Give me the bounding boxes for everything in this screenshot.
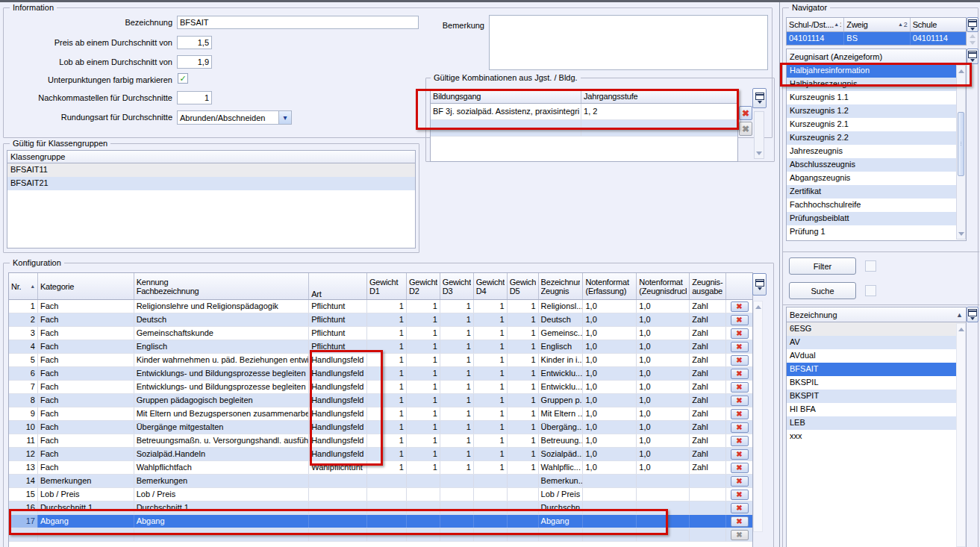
zeugnisart-scrollbar[interactable] — [956, 65, 966, 240]
column-header-notenformat-zeugnisdruck[interactable]: Notenformat(Zeugnisdruck) — [637, 273, 690, 299]
zeugnisart-list-item[interactable]: Halbjahresinformation — [787, 64, 966, 78]
scroll-up-icon[interactable] — [970, 34, 976, 38]
scrollbar-thumb[interactable] — [958, 112, 964, 176]
column-header-art[interactable]: Art — [309, 273, 367, 299]
delete-row-button[interactable]: ✖ — [731, 503, 749, 513]
column-header-gewicht-d3[interactable]: GewichtD3 — [440, 273, 474, 299]
delete-row-button[interactable]: ✖ — [731, 369, 749, 379]
column-header-schul-dst[interactable]: Schul-/Dst....▲1 — [787, 18, 844, 31]
column-chooser-button[interactable] — [752, 88, 767, 108]
zeugnisart-list-item[interactable]: Zertifikat — [787, 185, 966, 199]
scroll-down-button[interactable] — [755, 149, 764, 157]
nachkomma-input[interactable] — [177, 91, 212, 104]
delete-row-button[interactable]: ✖ — [731, 449, 749, 460]
column-header-schule[interactable]: Schule — [911, 18, 966, 31]
konfiguration-row[interactable]: 14 Bemerkungen Bemerkungen Bemerkun... ✖ — [9, 475, 752, 488]
konfiguration-row[interactable]: 3 Fach Gemeinschaftskunde Pflichtunt 1 1… — [9, 327, 752, 340]
konfiguration-row[interactable]: 1 Fach Religionslehre und Religionspädag… — [9, 300, 752, 313]
bezeichnung-list-item[interactable]: LEB — [787, 416, 966, 430]
column-header-gewicht-d2[interactable]: GewichtD2 — [407, 273, 440, 299]
delete-kombination-disabled-button[interactable]: ✖ — [739, 122, 752, 136]
konfiguration-row[interactable]: 17 Abgang Abgang Abgang ✖ — [9, 515, 752, 528]
column-header-gewicht-d1[interactable]: GewichtD1 — [367, 273, 407, 299]
konfiguration-row[interactable]: 9 Fach Mit Eltern und Bezugspersonen zus… — [9, 407, 752, 421]
delete-row-button[interactable]: ✖ — [731, 530, 749, 540]
zeugnisart-list-item[interactable]: Kurszeugnis 2.1 — [787, 118, 966, 131]
column-header-nr[interactable]: Nr.▲ — [9, 273, 38, 299]
scroll-down-icon[interactable] — [970, 41, 976, 45]
filter-checkbox[interactable] — [865, 260, 876, 272]
column-header-zweig[interactable]: Zweig▲2 — [844, 18, 910, 31]
bezeichnung-scrollbar[interactable] — [956, 323, 966, 547]
bezeichnung-list-item[interactable]: AVdual — [787, 349, 966, 363]
column-header-kennung[interactable]: KennungFachbezeichnung — [134, 273, 310, 299]
bezeichnung-list-item[interactable]: HI BFA — [787, 403, 966, 416]
column-chooser-button[interactable] — [752, 273, 767, 296]
bezeichnung-list-item[interactable]: xxx — [787, 430, 966, 443]
column-chooser-button[interactable] — [967, 17, 979, 32]
zeugnisart-list-item[interactable]: Fachhochschulreife — [787, 199, 966, 212]
bezeichnung-list-item[interactable]: AV — [787, 336, 966, 349]
delete-row-button[interactable]: ✖ — [731, 382, 749, 393]
column-header-zeugnisausgabe[interactable]: Zeugnis-ausgabe — [690, 273, 726, 299]
konfiguration-row[interactable]: 12 Fach Sozialpäd.Handeln Handlungsfeld … — [9, 448, 752, 461]
zeugnisart-list-item[interactable]: Kurszeugnis 1.1 — [787, 91, 966, 104]
zeugnisart-list-item[interactable]: Prüfungsbeiblatt — [787, 212, 966, 225]
dropdown-arrow-icon[interactable]: ▾ — [278, 111, 291, 124]
delete-row-button[interactable]: ✖ — [731, 422, 749, 433]
column-header-bildungsgang[interactable]: Bildungsgang — [431, 90, 581, 103]
column-header-bezeichnung-zeugnis[interactable]: BezeichnungZeugnis — [539, 273, 584, 299]
konfiguration-row[interactable]: ✖ — [9, 528, 752, 542]
bemerkung-textarea[interactable] — [489, 15, 768, 70]
scroll-up-button[interactable] — [754, 302, 762, 311]
unterpunktungen-checkbox[interactable]: ✓ — [178, 73, 188, 84]
zeugnisart-list-item[interactable]: Jahreszeugnis — [787, 145, 966, 158]
column-header-notenformat-erfassung[interactable]: Notenformat(Erfassung) — [583, 273, 637, 299]
filter-button[interactable]: Filter — [789, 257, 856, 275]
klassengruppe-column-header[interactable]: Klassengruppe — [7, 150, 416, 163]
school-row[interactable]: 04101114 BS 04101114 — [786, 32, 967, 46]
delete-row-button[interactable]: ✖ — [731, 490, 749, 500]
konfiguration-row[interactable]: 8 Fach Gruppen pädagogisch begleiten Han… — [9, 394, 752, 407]
zeugnisart-list-item[interactable]: Kurszeugnis 2.2 — [787, 131, 966, 145]
delete-row-button[interactable]: ✖ — [731, 396, 749, 406]
column-header-jahrgangsstufe[interactable]: Jahrgangsstufe — [581, 90, 737, 103]
delete-row-button[interactable]: ✖ — [731, 436, 749, 446]
konfiguration-row[interactable]: 15 Lob / Preis Lob / Preis Lob / Preis ✖ — [9, 488, 752, 501]
bezeichnung-list-item[interactable]: BKSPIT — [787, 390, 966, 403]
delete-row-button[interactable]: ✖ — [731, 301, 749, 312]
scroll-up-button[interactable] — [957, 66, 965, 75]
delete-row-button[interactable]: ✖ — [731, 409, 749, 419]
konfiguration-row[interactable]: 4 Fach Englisch Pflichtunt 1 1 1 1 1 Eng… — [9, 340, 752, 354]
bezeichnung-header[interactable]: Bezeichnung ▲ — [786, 307, 967, 322]
klassengruppe-list-item[interactable]: BFSAIT21 — [7, 177, 415, 190]
column-header-gewicht-d4[interactable]: GewichtD4 — [474, 273, 508, 299]
zeugnisart-list-item[interactable]: Prüfung 1 — [787, 225, 966, 239]
zeugnisart-list-item[interactable]: Abgangszeugnis — [787, 172, 966, 185]
preis-input[interactable] — [177, 36, 212, 49]
delete-row-button[interactable]: ✖ — [731, 463, 749, 473]
lob-input[interactable] — [177, 55, 212, 69]
column-chooser-button[interactable] — [967, 49, 979, 64]
column-chooser-button[interactable] — [967, 307, 979, 322]
scroll-down-button[interactable] — [957, 229, 965, 238]
konfiguration-row[interactable]: 16 Durchschnitt 1 Durchschnitt 1 Durchsc… — [9, 501, 752, 515]
klassengruppe-list-item[interactable]: BFSAIT11 — [7, 163, 415, 177]
bezeichnung-input[interactable] — [177, 16, 419, 29]
zeugnisart-list-item[interactable]: Kurszeugnis 1.2 — [787, 104, 966, 118]
konfiguration-row[interactable]: 5 Fach Kinder wahrnehmen u. päd. Beziehu… — [9, 354, 752, 367]
column-header-gewicht-d5[interactable]: GewichtD5 — [508, 273, 539, 299]
kombinationen-row[interactable]: BF 3j. sozialpäd. Assistenz, praxisinteg… — [431, 104, 737, 120]
scroll-up-button[interactable] — [957, 325, 965, 334]
konfiguration-row[interactable]: 7 Fach Entwicklungs- und Bildungsprozess… — [9, 381, 752, 394]
zeugnisart-header[interactable]: Zeugnisart (Anzeigeform) — [786, 49, 967, 64]
bezeichnung-list-item[interactable]: BFSAIT — [787, 363, 966, 376]
delete-row-button[interactable]: ✖ — [731, 516, 749, 527]
bezeichnung-list-item[interactable]: 6ESG — [787, 322, 966, 336]
column-header-kategorie[interactable]: Kategorie — [38, 273, 134, 299]
zeugnisart-list-item[interactable]: Halbjahreszeugnis — [787, 78, 966, 91]
konfiguration-row[interactable]: 10 Fach Übergänge mitgestalten Handlungs… — [9, 421, 752, 434]
konfiguration-row[interactable]: 11 Fach Betreuungsmaßn. u. Versorgungsha… — [9, 434, 752, 448]
delete-kombination-button[interactable]: ✖ — [739, 106, 752, 120]
rundungsart-dropdown[interactable]: Abrunden/Abschneiden ▾ — [177, 110, 292, 125]
